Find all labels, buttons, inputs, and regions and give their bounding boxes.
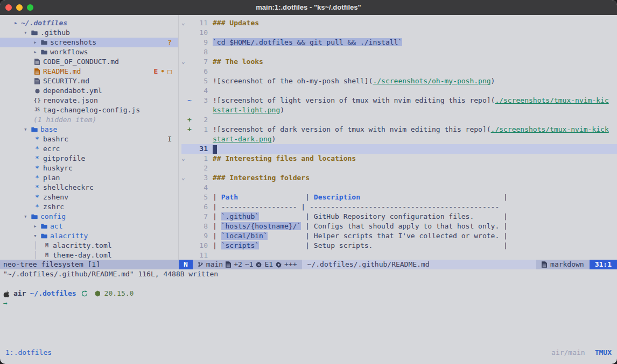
editor-line[interactable]: 11 [181,251,617,260]
tree-item[interactable]: {}renovate.json [0,96,178,105]
chevron-down-icon[interactable]: ▾ [33,231,40,241]
tree-item[interactable]: ▸act [0,222,178,231]
line-number: 11 [194,251,208,260]
line-number: 4 [194,86,208,96]
tree-item[interactable]: *zshenv [0,192,178,202]
editor-line[interactable]: 8 [181,47,617,57]
tree-item[interactable]: ▾base [0,125,178,134]
editor-line[interactable]: 5![screenshot of the oh-my-posh shell](.… [181,76,617,86]
editor-line[interactable]: 6 [181,67,617,76]
tree-item[interactable]: README.mdE•□ [0,67,178,76]
tree-item[interactable]: CODE_OF_CONDUCT.md [0,57,178,67]
hostname: air [13,289,26,298]
editor-line[interactable]: 10| `scripts` | Setup scripts. | [181,241,617,251]
tree-item[interactable]: ▸~/.dotfiles [0,18,178,28]
chevron-right-icon[interactable]: ▸ [33,47,40,57]
tree-item-label: act [50,222,62,231]
fold-marker[interactable]: ⌄ [181,18,187,28]
line-number: 8 [194,222,208,231]
tree-item[interactable]: ▾alacritty [0,231,178,241]
window-controls [5,0,33,15]
chevron-right-icon[interactable]: ▸ [14,18,21,28]
editor-line[interactable]: +2 [181,115,617,125]
editor-line[interactable]: +1![screenshot of dark version of tmux w… [181,125,617,134]
tree-item[interactable]: dependabot.yml [0,86,178,96]
tree-item[interactable]: ▸screenshots? [0,38,178,47]
tmux-pane: ▸~/.dotfiles▾.github▸screenshots?▸workfl… [0,15,617,260]
prompt-path: ~/.dotfiles [30,289,76,298]
line-number: 31 [194,144,208,154]
chevron-down-icon[interactable]: ▾ [24,212,31,222]
dot-icon [33,89,41,94]
editor-line[interactable]: ⌄7## The looks [181,57,617,67]
tree-item[interactable]: (1 hidden item) [0,115,178,125]
tree-item[interactable]: *shellcheckrc [0,183,178,192]
tree-item-label: ~/.dotfiles [21,18,67,28]
line-number: 5 [194,192,208,202]
editor-line[interactable]: ⌄3### Interesting folders [181,173,617,183]
line-text: start-dark.png) [213,134,276,144]
editor-line[interactable]: 4 [181,86,617,96]
editor-line[interactable]: ⌄1## Interesting files and locations [181,154,617,163]
fold-marker[interactable]: ⌄ [181,154,187,163]
tree-item-label: alacritty.toml [53,241,112,251]
text-cursor [213,145,217,154]
tree-item-label: CODE_OF_CONDUCT.md [43,57,119,67]
editor-line[interactable]: 7| `.github` | GitHub Repository configu… [181,212,617,222]
editor-line[interactable]: 10 [181,28,617,38]
git-added-count: +2 [234,260,242,269]
star-icon: * [33,173,41,183]
editor-line[interactable]: 9`cd $HOME/.dotfiles && git pull && ./in… [181,38,617,47]
tree-item[interactable]: │Malacritty.toml [0,241,178,251]
minimize-button[interactable] [16,4,23,11]
editor-line[interactable]: ⌄11### Updates [181,18,617,28]
git-sign: + [187,115,194,125]
zoom-button[interactable] [27,4,33,11]
editor-line[interactable]: 31 [181,144,617,154]
tree-item[interactable]: *zshrc [0,202,178,212]
tree-item[interactable]: JStag-changelog-config.js [0,105,178,115]
fold-marker[interactable]: ⌄ [181,173,187,183]
tree-item[interactable]: SECURITY.md [0,76,178,86]
close-button[interactable] [5,4,12,11]
tree-item-label: workflows [50,47,88,57]
folder-icon [31,30,38,35]
shell-cursor-line[interactable]: → [0,298,617,308]
tree-item[interactable]: *plan [0,173,178,183]
chevron-right-icon[interactable]: ▸ [33,38,40,47]
editor-line[interactable]: 5| Path | Description | [181,192,617,202]
chevron-right-icon[interactable]: ▸ [33,222,40,231]
chevron-down-icon[interactable]: ▾ [24,125,31,134]
editor-line[interactable]: ~3![screenshot of light version of tmux … [181,96,617,105]
editor-buffer[interactable]: ⌄11### Updates109`cd $HOME/.dotfiles && … [179,15,617,260]
tree-item[interactable]: ▾.github [0,28,178,38]
tree-item-label: renovate.json [43,96,98,105]
editor-line[interactable]: kstart-light.png) [181,105,617,115]
tree-item[interactable]: *gitprofile [0,154,178,163]
editor-line[interactable]: 8| `hosts/{hostname}/` | Configs that sh… [181,222,617,231]
tree-item[interactable]: *bashrcI [0,134,178,144]
tmux-window-tab[interactable]: 1:.dotfiles [5,348,52,358]
statusline-file-path: ~/.dotfiles/.github/README.md [302,260,536,269]
node-version: 20.15.0 [104,289,134,298]
tree-item[interactable]: │Mtheme-day.toml [0,251,178,260]
titlebar[interactable]: main:1:.dotfiles - "ks~/.dotfiles" [0,0,617,15]
editor-line[interactable]: 2 [181,163,617,173]
fold-marker[interactable]: ⌄ [181,57,187,67]
editor-line[interactable]: 6| ------------------ | ----------------… [181,202,617,212]
editor-line[interactable]: 9| `local/bin` | Helper scripts that I'v… [181,231,617,241]
tree-item-label: shellcheckrc [43,183,94,192]
tree-item-label: alacritty [50,231,88,241]
tree-item[interactable]: *ecrc [0,144,178,154]
tree-item[interactable]: ▾config [0,212,178,222]
tree-item[interactable]: *huskyrc [0,163,178,173]
chevron-down-icon[interactable]: ▾ [24,28,31,38]
tree-item[interactable]: ▸workflows [0,47,178,57]
line-text: | `scripts` | Setup scripts. | [213,241,508,251]
editor-line[interactable]: start-dark.png) [181,134,617,144]
file-tree[interactable]: ▸~/.dotfiles▾.github▸screenshots?▸workfl… [0,15,179,260]
terminal-content: ▸~/.dotfiles▾.github▸screenshots?▸workfl… [0,15,617,364]
line-number: 9 [194,231,208,241]
editor-line[interactable]: 4 [181,183,617,192]
line-text: `cd $HOME/.dotfiles && git pull && ./ins… [213,38,402,47]
